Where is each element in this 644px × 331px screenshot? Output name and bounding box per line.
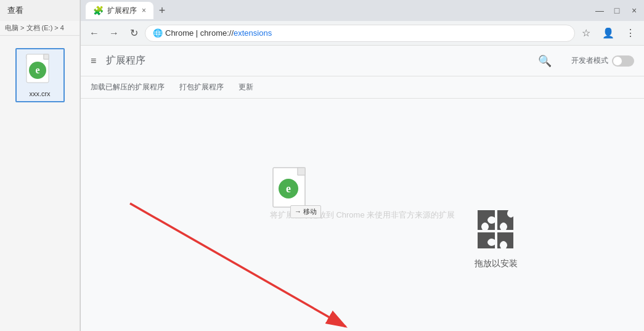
chrome-window: 🧩 扩展程序 × + — □ × ← → ↻ 🌐 Chrome | chrome…	[80, 0, 644, 331]
ext-hamburger-icon[interactable]: ≡	[91, 55, 96, 67]
puzzle-icon	[471, 204, 521, 253]
minimize-button[interactable]: —	[595, 6, 605, 15]
maximize-button[interactable]: □	[612, 6, 622, 15]
dev-mode-label: 开发者模式	[571, 55, 608, 66]
address-bar-row: ← → ↻ 🌐 Chrome | chrome://extensions ☆ 👤…	[81, 21, 644, 46]
tab-label: 扩展程序	[107, 6, 137, 16]
new-tab-button[interactable]: +	[153, 2, 171, 19]
svg-text:e: e	[35, 65, 39, 75]
ext-content: 将扩展程序拖放到 Chrome 来使用非官方来源的扩展 e → 移动	[81, 99, 644, 331]
subnav-load[interactable]: 加载已解压的扩展程序	[91, 80, 165, 95]
ext-search-icon[interactable]: 🔍	[538, 54, 552, 68]
svg-rect-7	[298, 168, 305, 175]
extensions-page: ≡ 扩展程序 🔍 开发者模式 加载已解压的扩展程序 打包扩展程序 更新 将扩展程…	[81, 46, 644, 331]
subnav-update[interactable]: 更新	[238, 80, 253, 95]
extensions-page-title: 扩展程序	[106, 54, 145, 67]
secure-icon: 🌐	[153, 28, 163, 38]
address-url-highlight: extensions	[234, 28, 272, 38]
ext-search[interactable]: 🔍	[538, 54, 552, 68]
dragged-file: e → 移动	[272, 166, 315, 216]
profile-icon[interactable]: 👤	[600, 25, 617, 42]
breadcrumb: 电脑 > 文档 (E:) > 4	[0, 21, 79, 36]
tab-bar: 🧩 扩展程序 × +	[86, 2, 595, 19]
svg-rect-2	[44, 54, 49, 59]
ext-subnav: 加载已解压的扩展程序 打包扩展程序 更新	[81, 76, 644, 99]
menu-icon[interactable]: ⋮	[622, 25, 639, 42]
extensions-tab[interactable]: 🧩 扩展程序 ×	[86, 2, 153, 19]
address-chrome: Chrome | chrome://	[165, 28, 234, 38]
title-bar: 🧩 扩展程序 × + — □ ×	[81, 0, 644, 21]
tab-close-button[interactable]: ×	[142, 6, 146, 15]
crx-file-icon[interactable]: e xxx.crx	[15, 48, 65, 102]
window-controls: — □ ×	[595, 6, 639, 15]
left-file-panel: 查看 电脑 > 文档 (E:) > 4 e xxx.crx	[0, 0, 80, 331]
drag-move-label: → 移动	[290, 205, 321, 218]
address-input[interactable]: 🌐 Chrome | chrome://extensions	[145, 25, 575, 42]
svg-line-11	[130, 203, 346, 327]
bookmark-star-icon[interactable]: ☆	[577, 25, 595, 42]
crx-file-svg: e	[23, 53, 57, 88]
panel-title: 查看	[0, 0, 79, 21]
file-item-area: e xxx.crx	[0, 36, 79, 115]
back-button[interactable]: ←	[86, 25, 103, 42]
tab-puzzle-icon: 🧩	[93, 6, 104, 15]
puzzle-label: 拖放以安装	[475, 258, 518, 269]
refresh-button[interactable]: ↻	[125, 25, 142, 42]
subnav-pack[interactable]: 打包扩展程序	[179, 80, 224, 95]
forward-button[interactable]: →	[105, 25, 123, 42]
toolbar-icons: ☆ 👤 ⋮	[577, 25, 639, 42]
dev-mode-switch[interactable]	[612, 55, 634, 67]
svg-text:e: e	[286, 182, 291, 195]
toggle-knob	[613, 57, 622, 65]
extensions-header: ≡ 扩展程序 🔍 开发者模式	[81, 46, 644, 76]
puzzle-area: 拖放以安装	[471, 204, 521, 269]
dragged-file-icon: e → 移动	[272, 166, 315, 216]
file-label: xxx.crx	[29, 90, 50, 97]
puzzle-piece-shape	[478, 210, 513, 248]
close-button[interactable]: ×	[629, 6, 639, 15]
dev-mode-toggle[interactable]: 开发者模式	[571, 55, 634, 67]
